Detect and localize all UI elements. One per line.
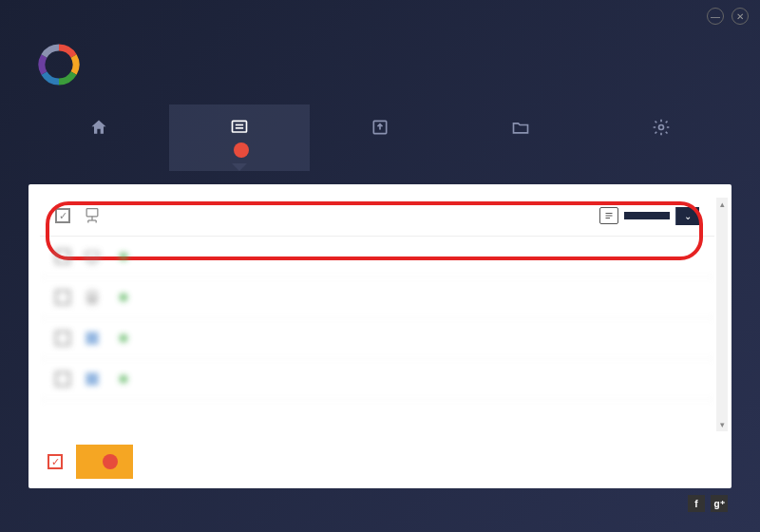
titlebar: — ✕ xyxy=(0,0,760,32)
svg-rect-17 xyxy=(86,332,91,337)
tab-settings[interactable] xyxy=(591,104,732,171)
close-button[interactable]: ✕ xyxy=(732,8,749,25)
google-plus-icon[interactable]: g⁺ xyxy=(711,495,728,512)
download-badge xyxy=(103,454,118,469)
update-dropdown-button[interactable]: ⌄ xyxy=(675,207,699,225)
driver-title xyxy=(114,249,699,265)
checkbox[interactable] xyxy=(55,290,70,305)
status-dot-icon xyxy=(120,375,127,383)
folder-icon xyxy=(510,118,531,137)
status-dot-icon xyxy=(120,253,127,260)
scrollbar[interactable]: ▴ ▾ xyxy=(716,198,728,431)
content-panel: ⌄ xyxy=(28,184,732,488)
network-adapter-icon xyxy=(82,205,103,226)
svg-rect-24 xyxy=(93,380,98,385)
driver-row[interactable] xyxy=(40,237,714,277)
checkbox[interactable] xyxy=(55,249,70,264)
driver-info xyxy=(114,290,699,306)
tab-driver-updates[interactable] xyxy=(169,104,310,171)
bottom-bar: f g⁺ xyxy=(0,496,760,511)
svg-point-16 xyxy=(90,296,95,301)
driver-title xyxy=(114,371,688,388)
svg-rect-20 xyxy=(93,339,98,344)
updates-badge xyxy=(234,142,249,158)
home-icon xyxy=(88,118,109,137)
list-icon xyxy=(229,118,250,137)
tab-backup[interactable] xyxy=(310,104,450,171)
facebook-icon[interactable]: f xyxy=(688,495,705,512)
driver-title xyxy=(114,331,688,347)
driver-info xyxy=(114,249,699,265)
status-dot-icon xyxy=(120,334,127,342)
driver-row[interactable] xyxy=(40,359,714,400)
svg-point-4 xyxy=(659,125,664,130)
download-install-button[interactable] xyxy=(76,445,133,479)
social-links: f g⁺ xyxy=(688,495,728,512)
minimize-button[interactable]: — xyxy=(707,8,724,25)
driver-row[interactable]: ⌄ xyxy=(40,196,714,237)
svg-rect-19 xyxy=(86,339,91,344)
tab-label xyxy=(230,142,249,158)
svg-rect-23 xyxy=(86,380,91,385)
driver-title xyxy=(114,290,699,306)
display-adapter-icon xyxy=(82,246,103,267)
update-button[interactable] xyxy=(624,212,670,219)
status-dot-icon xyxy=(120,294,127,301)
tab-home[interactable] xyxy=(28,104,169,171)
svg-rect-21 xyxy=(86,373,91,378)
svg-rect-18 xyxy=(93,332,98,337)
svg-rect-13 xyxy=(86,252,99,260)
driver-info xyxy=(114,371,688,388)
audio-device-icon xyxy=(82,287,103,308)
select-all-checkbox[interactable] xyxy=(48,454,63,469)
svg-rect-5 xyxy=(86,209,98,217)
main-tabs xyxy=(0,104,760,171)
driver-list: ⌄ xyxy=(40,196,714,435)
system-device-icon xyxy=(82,328,103,349)
svg-rect-22 xyxy=(93,373,98,378)
tab-restore[interactable] xyxy=(450,104,591,171)
scroll-up-icon[interactable]: ▴ xyxy=(716,198,728,211)
scroll-down-icon[interactable]: ▾ xyxy=(716,418,728,431)
header xyxy=(0,32,760,104)
driver-row[interactable] xyxy=(40,318,714,359)
checkbox[interactable] xyxy=(55,208,70,223)
row-actions: ⌄ xyxy=(599,207,699,225)
system-device-icon xyxy=(82,369,103,390)
footer-actions xyxy=(48,445,712,479)
svg-rect-0 xyxy=(233,121,247,132)
driver-info xyxy=(114,331,688,347)
backup-icon xyxy=(370,118,390,137)
notes-icon[interactable] xyxy=(599,207,618,224)
checkbox[interactable] xyxy=(55,331,70,346)
gear-icon xyxy=(651,118,672,137)
driver-row[interactable] xyxy=(40,277,714,318)
app-logo-icon xyxy=(38,44,80,86)
checkbox[interactable] xyxy=(55,371,70,387)
